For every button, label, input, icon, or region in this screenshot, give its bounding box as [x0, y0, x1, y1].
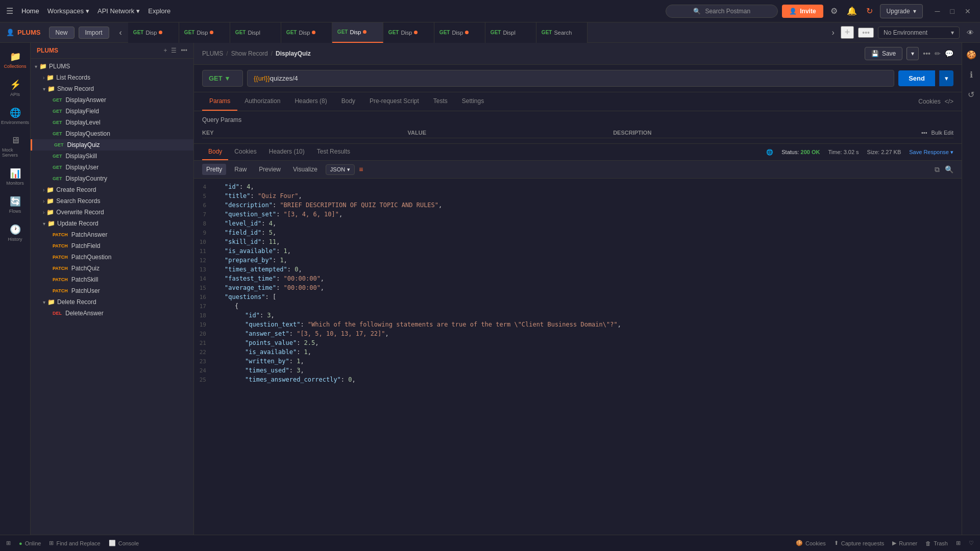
format-raw-button[interactable]: Raw: [230, 164, 251, 175]
tab-prev-icon[interactable]: ‹: [117, 26, 124, 39]
maximize-button[interactable]: □: [947, 6, 958, 16]
new-button[interactable]: New: [49, 27, 75, 39]
tree-display-quiz[interactable]: GET DisplayQuiz: [31, 139, 193, 151]
tab-pre-request-script[interactable]: Pre-request Script: [362, 92, 426, 111]
tree-delete-answer[interactable]: DEL DeleteAnswer: [31, 308, 193, 319]
sync-icon[interactable]: ↻: [864, 4, 875, 18]
tab-6[interactable]: GET Disp: [434, 22, 485, 43]
breadcrumb-show-record[interactable]: Show Record: [231, 50, 268, 57]
sidebar-item-flows[interactable]: 🔄 Flows: [0, 192, 30, 218]
tab-7[interactable]: GET Displ: [485, 22, 536, 43]
code-icon[interactable]: </>: [945, 98, 953, 105]
save-button[interactable]: 💾 Save: [865, 47, 902, 60]
far-right-info-icon[interactable]: ℹ: [967, 67, 976, 83]
add-collection-icon[interactable]: +: [163, 47, 167, 54]
copy-icon[interactable]: ⧉: [935, 165, 940, 174]
comment-icon[interactable]: 💬: [945, 49, 953, 58]
env-eye-icon[interactable]: 👁: [967, 29, 974, 37]
filter-icon[interactable]: ☰: [171, 47, 177, 54]
more-options-icon[interactable]: •••: [923, 49, 930, 58]
invite-button[interactable]: 👤 Invite: [782, 5, 823, 18]
sb-runner[interactable]: ▶ Runner: [892, 540, 917, 546]
sb-cookies[interactable]: 🍪 Cookies: [796, 540, 826, 546]
notification-icon[interactable]: 🔔: [845, 4, 859, 18]
minimize-button[interactable]: ─: [932, 6, 943, 16]
tab-3[interactable]: GET Disp: [281, 22, 332, 43]
sidebar-item-monitors[interactable]: 📊 Monitors: [0, 164, 30, 190]
tab-5[interactable]: GET Disp: [383, 22, 434, 43]
tree-patch-quiz[interactable]: PATCH PatchQuiz: [31, 263, 193, 274]
url-input[interactable]: {{url}}quizzes/4: [247, 70, 894, 87]
tab-4-active[interactable]: GET Disp: [332, 22, 383, 43]
format-preview-button[interactable]: Preview: [255, 164, 285, 175]
tab-0[interactable]: GET Disp: [128, 22, 179, 43]
tab-params[interactable]: Params: [202, 92, 237, 111]
breadcrumb-plums[interactable]: PLUMS: [202, 50, 223, 57]
tree-display-user[interactable]: GET DisplayUser: [31, 162, 193, 173]
sidebar-item-environments[interactable]: 🌐 Environments: [0, 103, 30, 129]
close-button[interactable]: ✕: [962, 6, 974, 16]
tab-settings[interactable]: Settings: [455, 92, 491, 111]
sidebar-item-history[interactable]: 🕐 History: [0, 220, 30, 246]
settings-icon[interactable]: ⚙: [828, 4, 840, 18]
format-visualize-button[interactable]: Visualize: [289, 164, 322, 175]
sb-console[interactable]: ⬜ Console: [109, 540, 139, 546]
add-tab-button[interactable]: +: [841, 26, 854, 39]
sidebar-item-mock-servers[interactable]: 🖥 Mock Servers: [0, 131, 30, 162]
resp-tab-cookies[interactable]: Cookies: [228, 144, 262, 160]
nav-explore[interactable]: Explore: [148, 7, 170, 15]
method-selector[interactable]: GET ▾: [202, 70, 243, 87]
tree-plums-root[interactable]: ▾ 📁 PLUMS: [31, 61, 193, 72]
tree-display-question[interactable]: GET DisplayQuestion: [31, 128, 193, 139]
edit-icon[interactable]: ✏: [935, 49, 941, 58]
tab-body[interactable]: Body: [334, 92, 362, 111]
nav-home[interactable]: Home: [21, 7, 39, 15]
format-pretty-button[interactable]: Pretty: [202, 164, 226, 175]
tree-update-record[interactable]: ▾ 📁 Update Record: [31, 218, 193, 229]
sidebar-item-collections[interactable]: 📁 Collections: [0, 47, 30, 73]
tree-display-field[interactable]: GET DisplayField: [31, 106, 193, 117]
global-search[interactable]: 🔍 Search Postman: [666, 5, 778, 18]
tree-list-records[interactable]: › 📁 List Records: [31, 72, 193, 83]
resp-tab-body[interactable]: Body: [202, 144, 228, 160]
tree-show-record[interactable]: ▾ 📁 Show Record: [31, 83, 193, 94]
environment-selector[interactable]: No Environment ▾: [878, 27, 960, 39]
tab-cet-search[interactable]: GET Search: [536, 22, 587, 43]
sb-find-replace[interactable]: ⊞ Find and Replace: [49, 540, 100, 546]
cookies-link[interactable]: Cookies: [918, 98, 940, 105]
tree-patch-skill[interactable]: PATCH PatchSkill: [31, 274, 193, 285]
tree-display-answer[interactable]: GET DisplayAnswer: [31, 94, 193, 106]
tree-display-level[interactable]: GET DisplayLevel: [31, 117, 193, 128]
import-button[interactable]: Import: [79, 27, 109, 39]
tree-delete-record[interactable]: ▾ 📁 Delete Record: [31, 296, 193, 308]
hamburger-menu[interactable]: ☰: [6, 6, 13, 16]
send-button[interactable]: Send: [898, 70, 935, 86]
send-dropdown-button[interactable]: ▾: [939, 70, 953, 86]
format-type-selector[interactable]: JSON ▾: [326, 164, 355, 175]
sb-heart[interactable]: ♡: [969, 540, 974, 546]
tab-next-icon[interactable]: ›: [829, 26, 836, 39]
resp-tab-test-results[interactable]: Test Results: [311, 144, 356, 160]
sb-expand[interactable]: ⊞: [956, 540, 961, 546]
tree-create-record[interactable]: › 📁 Create Record: [31, 184, 193, 195]
tree-patch-field[interactable]: PATCH PatchField: [31, 240, 193, 252]
nav-api-network[interactable]: API Network ▾: [97, 7, 140, 15]
sb-online-status[interactable]: ● Online: [19, 540, 41, 546]
more-options-icon[interactable]: •••: [181, 47, 187, 54]
far-right-history-icon[interactable]: ↺: [965, 87, 977, 103]
tab-headers[interactable]: Headers (8): [287, 92, 334, 111]
tab-authorization[interactable]: Authorization: [237, 92, 287, 111]
upgrade-button[interactable]: Upgrade ▾: [880, 4, 923, 18]
tree-patch-question[interactable]: PATCH PatchQuestion: [31, 252, 193, 263]
tab-1[interactable]: GET Disp: [179, 22, 230, 43]
tree-search-records[interactable]: › 📁 Search Records: [31, 195, 193, 207]
tree-patch-answer[interactable]: PATCH PatchAnswer: [31, 229, 193, 240]
resp-tab-headers[interactable]: Headers (10): [263, 144, 311, 160]
sb-trash[interactable]: 🗑 Trash: [925, 540, 948, 546]
format-lines-icon[interactable]: ≡: [359, 165, 363, 173]
tree-display-skill[interactable]: GET DisplaySkill: [31, 151, 193, 162]
save-dropdown-button[interactable]: ▾: [906, 47, 919, 60]
save-response-button[interactable]: Save Response ▾: [909, 149, 953, 156]
tree-overwrite-record[interactable]: › 📁 Overwrite Record: [31, 207, 193, 218]
tree-patch-user[interactable]: PATCH PatchUser: [31, 285, 193, 296]
